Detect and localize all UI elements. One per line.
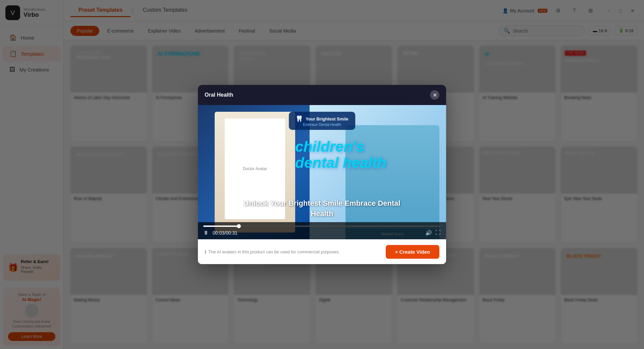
pause-button[interactable]: ⏸	[203, 230, 209, 236]
video-content: Medical Scene Doctor Avatar 🦷 Your Brigh…	[198, 105, 446, 239]
footer-info: ℹ The AI avatars in this product can be …	[205, 249, 340, 254]
play-controls: ⏸ 00:03/00:31 🔊 ⛶	[198, 222, 446, 239]
video-preview-area: Medical Scene Doctor Avatar 🦷 Your Brigh…	[198, 105, 446, 239]
modal-header: Oral Health ✕	[198, 85, 446, 105]
create-video-button[interactable]: + Create Video	[386, 245, 439, 259]
progress-fill	[203, 226, 239, 227]
video-text-main: Unlock Your Brightest Smile Embrace Dent…	[198, 198, 446, 209]
progress-bar[interactable]	[203, 226, 441, 227]
modal-title: Oral Health	[205, 92, 233, 98]
controls-left: ⏸ 00:03/00:31	[203, 230, 237, 236]
modal-overlay[interactable]: Oral Health ✕ Medical Scene Doctor Avata…	[0, 0, 644, 349]
logo-badge-sub: Embrace Dental Health	[296, 122, 348, 127]
progress-dot	[237, 224, 241, 228]
footer-info-text: The AI avatars in this product can be us…	[208, 249, 340, 254]
logo-badge-top: Your Brightest Smile	[306, 116, 348, 121]
modal-footer: ℹ The AI avatars in this product can be …	[198, 239, 446, 264]
volume-icon[interactable]: 🔊	[425, 230, 432, 236]
video-text-sub: Health	[198, 209, 446, 219]
modal-close-button[interactable]: ✕	[430, 90, 439, 100]
preview-modal: Oral Health ✕ Medical Scene Doctor Avata…	[198, 85, 446, 264]
dental-line1: children's	[295, 139, 386, 155]
dental-line2: dental health	[295, 155, 386, 171]
video-overlay-text: Unlock Your Brightest Smile Embrace Dent…	[198, 198, 446, 219]
controls-right: 🔊 ⛶	[425, 230, 441, 236]
dental-overlay-text: children's dental health	[295, 139, 386, 171]
info-icon: ℹ	[205, 249, 206, 254]
controls-row: ⏸ 00:03/00:31 🔊 ⛶	[203, 230, 441, 236]
timestamp-label: 00:03/00:31	[213, 230, 237, 236]
logo-badge: 🦷 Your Brightest Smile Embrace Dental He…	[289, 112, 355, 130]
fullscreen-icon[interactable]: ⛶	[435, 230, 441, 236]
